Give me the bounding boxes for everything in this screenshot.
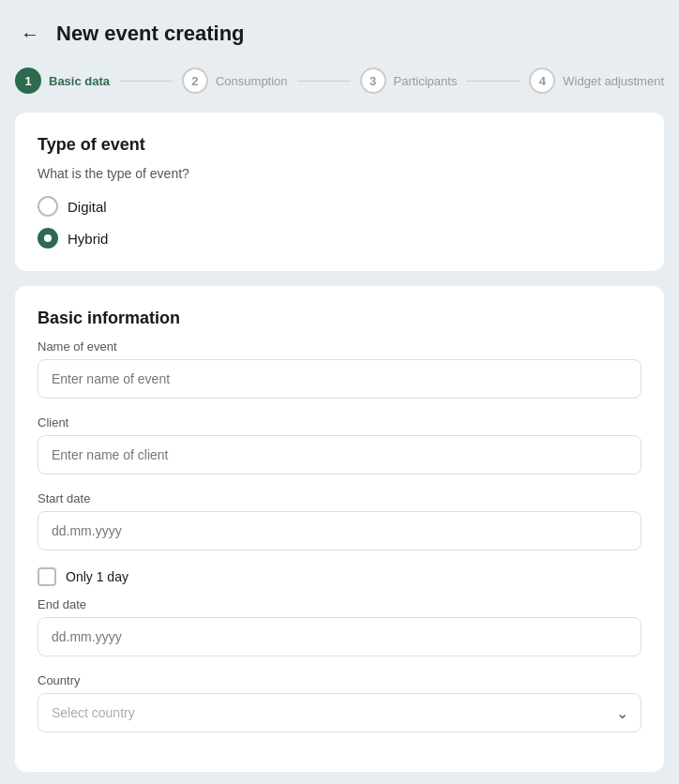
event-name-input[interactable] <box>38 359 641 399</box>
step-label-3: Participants <box>394 74 458 88</box>
event-name-group: Name of event <box>38 339 641 399</box>
basic-information-card: Basic information Name of event Client S… <box>15 286 664 772</box>
header: ← New event creating <box>15 19 664 49</box>
type-of-event-card: Type of event What is the type of event?… <box>15 113 664 271</box>
step-circle-1: 1 <box>15 68 41 94</box>
country-select[interactable]: Select country <box>38 693 641 732</box>
back-icon: ← <box>21 23 39 45</box>
end-date-label: End date <box>38 597 641 611</box>
radio-digital-label: Digital <box>68 199 107 215</box>
start-date-group: Start date <box>38 491 641 550</box>
radio-hybrid-label: Hybrid <box>68 231 108 247</box>
step-circle-4: 4 <box>529 68 555 94</box>
page-container: ← New event creating 1 Basic data 2 Cons… <box>0 0 679 784</box>
back-button[interactable]: ← <box>15 19 45 49</box>
stepper: 1 Basic data 2 Consumption 3 Participant… <box>15 68 664 94</box>
end-date-group: End date <box>38 597 641 656</box>
radio-option-digital[interactable]: Digital <box>38 196 641 217</box>
client-input[interactable] <box>38 435 641 475</box>
event-name-label: Name of event <box>38 339 641 354</box>
step-divider-1 <box>119 81 173 82</box>
step-divider-3 <box>466 81 520 82</box>
only-one-day-label: Only 1 day <box>66 569 128 584</box>
country-group: Country Select country ⌄ <box>38 673 641 732</box>
step-4[interactable]: 4 Widget adjustment <box>529 68 664 94</box>
only-one-day-row[interactable]: Only 1 day <box>38 567 641 586</box>
end-date-input[interactable] <box>38 617 641 656</box>
step-circle-2: 2 <box>182 68 208 94</box>
country-label: Country <box>38 673 641 687</box>
step-1[interactable]: 1 Basic data <box>15 68 110 94</box>
radio-option-hybrid[interactable]: Hybrid <box>38 228 641 249</box>
client-label: Client <box>38 415 641 430</box>
only-one-day-checkbox[interactable] <box>38 567 56 586</box>
radio-hybrid-indicator <box>38 228 58 249</box>
basic-information-title: Basic information <box>38 309 641 328</box>
radio-digital-indicator <box>38 196 58 217</box>
country-select-wrapper: Select country ⌄ <box>38 693 641 732</box>
step-label-1: Basic data <box>49 74 110 88</box>
start-date-label: Start date <box>38 491 641 505</box>
type-of-event-subtitle: What is the type of event? <box>38 166 641 181</box>
page-title: New event creating <box>56 22 245 46</box>
event-type-radio-group: Digital Hybrid <box>38 196 641 249</box>
step-divider-2 <box>297 81 351 82</box>
step-circle-3: 3 <box>360 68 386 94</box>
client-group: Client <box>38 415 641 475</box>
step-label-4: Widget adjustment <box>563 74 664 88</box>
start-date-input[interactable] <box>38 511 641 550</box>
step-label-2: Consumption <box>216 74 288 88</box>
step-2[interactable]: 2 Consumption <box>182 68 288 94</box>
type-of-event-title: Type of event <box>38 135 641 155</box>
step-3[interactable]: 3 Participants <box>360 68 458 94</box>
